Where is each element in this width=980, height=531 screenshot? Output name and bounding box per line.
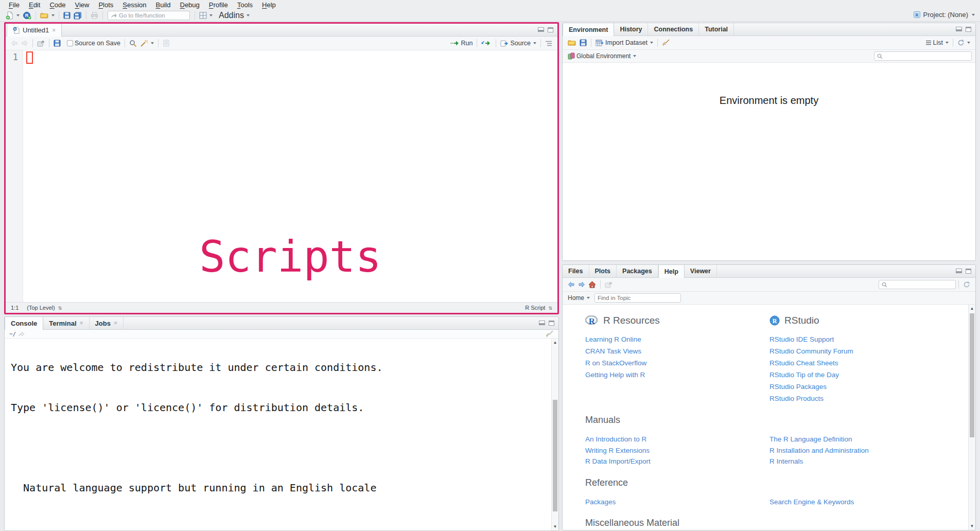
addins-button[interactable]: Addins	[217, 10, 251, 21]
help-scrollbar[interactable]: ▲ ▼	[968, 305, 975, 530]
goto-file-search[interactable]	[108, 11, 190, 20]
minimize-pane-icon[interactable]	[956, 27, 962, 31]
save-button[interactable]	[62, 11, 72, 20]
link-cran-task-views[interactable]: CRAN Task Views	[585, 345, 769, 357]
tab-jobs[interactable]: Jobs ×	[90, 317, 124, 329]
scroll-up-icon[interactable]: ▲	[969, 306, 975, 311]
refresh-environment-button[interactable]	[956, 39, 972, 47]
link-r-installation-and-administration[interactable]: R Installation and Administration	[769, 445, 944, 456]
environment-scope-selector[interactable]: Global Environment	[566, 52, 638, 60]
link-rstudio-packages[interactable]: RStudio Packages	[769, 381, 944, 393]
editor[interactable]: 1 Scripts	[6, 50, 557, 302]
menu-file[interactable]: File	[4, 1, 24, 9]
project-selector[interactable]: R Project: (None)	[913, 11, 975, 19]
menu-debug[interactable]: Debug	[176, 1, 204, 9]
environment-search[interactable]	[874, 51, 972, 61]
tab-viewer[interactable]: Viewer	[685, 265, 717, 277]
environment-search-input[interactable]	[885, 53, 969, 59]
open-file-button[interactable]	[39, 11, 56, 20]
maximize-pane-icon[interactable]	[549, 321, 554, 326]
back-button[interactable]	[9, 40, 20, 47]
link-packages[interactable]: Packages	[585, 497, 769, 508]
tab-connections[interactable]: Connections	[648, 23, 699, 36]
tab-console[interactable]: Console	[5, 317, 43, 330]
tab-tutorial[interactable]: Tutorial	[699, 23, 734, 36]
compile-report-button[interactable]	[161, 39, 171, 47]
menu-build[interactable]: Build	[151, 1, 176, 9]
goto-file-input[interactable]	[119, 12, 187, 19]
import-dataset-button[interactable]: Import Dataset	[594, 39, 655, 47]
tab-packages[interactable]: Packages	[617, 265, 658, 277]
rerun-button[interactable]	[480, 40, 493, 47]
workspace-panes-button[interactable]	[198, 11, 214, 20]
help-topic-selector[interactable]: Home	[566, 294, 591, 302]
load-workspace-button[interactable]	[566, 39, 578, 47]
link-r-data-import-export[interactable]: R Data Import/Export	[585, 456, 769, 467]
menu-session[interactable]: Session	[118, 1, 151, 9]
help-search-input[interactable]	[889, 281, 953, 288]
maximize-pane-icon[interactable]	[966, 27, 971, 32]
link-r-on-stackoverflow[interactable]: R on StackOverflow	[585, 357, 769, 369]
scroll-down-icon[interactable]: ▼	[552, 524, 558, 529]
scope-selector[interactable]: (Top Level) ⇅	[27, 305, 62, 311]
new-file-button[interactable]	[4, 11, 21, 20]
scroll-up-icon[interactable]: ▲	[552, 340, 558, 345]
menu-edit[interactable]: Edit	[24, 1, 45, 9]
environment-view-button[interactable]: List	[924, 39, 950, 47]
console-output[interactable]: You are welcome to redistribute it under…	[5, 339, 558, 530]
link-r-internals[interactable]: R Internals	[769, 456, 944, 467]
link-search-engine-keywords[interactable]: Search Engine & Keywords	[769, 497, 944, 508]
forward-button[interactable]	[20, 40, 30, 47]
goto-directory-icon[interactable]	[19, 331, 25, 337]
editor-text-area[interactable]: Scripts	[23, 50, 557, 302]
save-workspace-button[interactable]	[578, 39, 588, 47]
help-home-button[interactable]	[587, 280, 598, 289]
help-back-button[interactable]	[566, 281, 576, 288]
menu-view[interactable]: View	[70, 1, 94, 9]
menu-profile[interactable]: Profile	[204, 1, 233, 9]
print-button[interactable]	[89, 11, 100, 20]
tab-plots[interactable]: Plots	[589, 265, 617, 277]
popout-button[interactable]	[36, 40, 46, 47]
maximize-pane-icon[interactable]	[966, 269, 971, 274]
scroll-down-icon[interactable]: ▼	[969, 524, 975, 528]
link-writing-r-extensions[interactable]: Writing R Extensions	[585, 445, 769, 456]
refresh-help-button[interactable]	[961, 280, 972, 289]
help-popout-button[interactable]	[603, 281, 614, 289]
link-rstudio-cheat-sheets[interactable]: RStudio Cheat Sheets	[769, 357, 944, 369]
link-rstudio-community-forum[interactable]: RStudio Community Forum	[769, 345, 944, 357]
link-learning-r-online[interactable]: Learning R Online	[585, 333, 769, 345]
link-rstudio-tip-of-the-day[interactable]: RStudio Tip of the Day	[769, 369, 944, 381]
link-an-introduction-to-r[interactable]: An Introduction to R	[585, 434, 769, 445]
maximize-pane-icon[interactable]	[548, 27, 553, 32]
source-on-save-checkbox[interactable]: Source on Save	[65, 39, 122, 47]
scrollbar-thumb[interactable]	[553, 400, 557, 511]
file-type-selector[interactable]: R Script ⇅	[525, 305, 552, 311]
find-in-topic[interactable]	[594, 293, 681, 303]
tab-help[interactable]: Help	[658, 265, 685, 278]
save-source-button[interactable]	[52, 39, 62, 47]
link-rstudio-ide-support[interactable]: RStudio IDE Support	[769, 333, 944, 345]
tab-files[interactable]: Files	[563, 265, 589, 277]
code-tools-button[interactable]	[138, 39, 155, 48]
minimize-pane-icon[interactable]	[956, 269, 962, 273]
clear-console-button[interactable]	[546, 330, 554, 338]
link-rstudio-products[interactable]: RStudio Products	[769, 393, 944, 404]
find-in-topic-input[interactable]	[598, 295, 678, 301]
run-button[interactable]: Run	[448, 39, 474, 47]
close-icon[interactable]: ×	[80, 320, 83, 327]
link-getting-help-with-r[interactable]: Getting Help with R	[585, 369, 769, 381]
menu-plots[interactable]: Plots	[94, 1, 118, 9]
menu-help[interactable]: Help	[257, 1, 281, 9]
find-replace-button[interactable]	[128, 39, 138, 48]
menu-code[interactable]: Code	[45, 1, 70, 9]
close-icon[interactable]: ×	[114, 320, 117, 327]
link-the-r-language-definition[interactable]: The R Language Definition	[769, 434, 944, 445]
minimize-pane-icon[interactable]	[538, 27, 544, 32]
tab-history[interactable]: History	[614, 23, 648, 36]
new-project-button[interactable]: R	[21, 11, 33, 20]
tab-terminal[interactable]: Terminal ×	[43, 317, 89, 329]
menu-tools[interactable]: Tools	[233, 1, 257, 9]
tab-environment[interactable]: Environment	[563, 23, 614, 36]
help-search[interactable]	[879, 280, 956, 289]
